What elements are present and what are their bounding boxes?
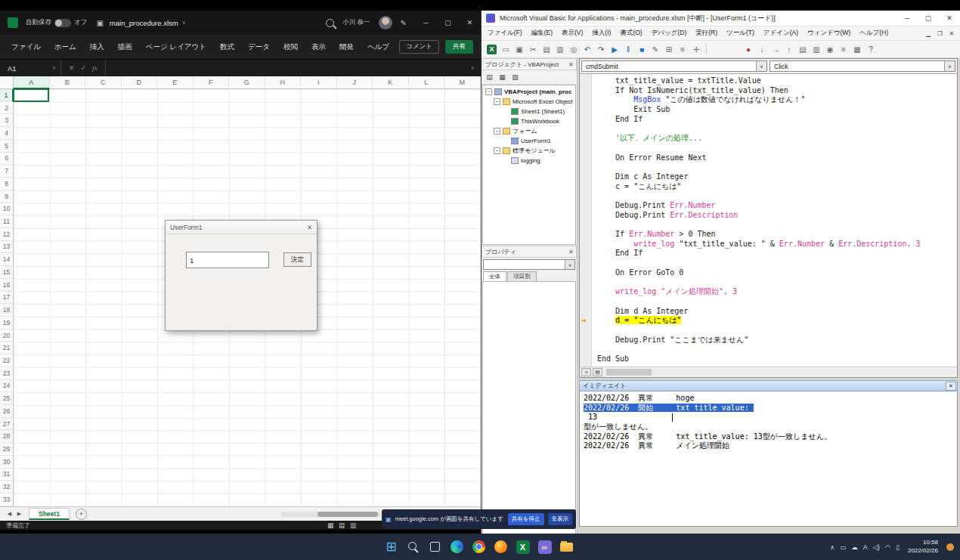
event-dropdown[interactable]: Click ∨ — [770, 60, 955, 72]
vba-menu-item[interactable]: ツール(T) — [722, 27, 759, 39]
vba-menu-item[interactable]: デバッグ(D) — [647, 27, 692, 39]
call-stack-icon[interactable]: ≡ — [837, 42, 850, 56]
vba-maximize-button[interactable]: ▢ — [918, 11, 939, 26]
view-object-icon[interactable]: ▦ — [497, 72, 508, 83]
cut-icon[interactable]: ✂ — [526, 42, 540, 56]
redo-icon[interactable]: ↷ — [594, 42, 608, 56]
row-header[interactable]: 5 — [0, 140, 14, 153]
cancel-icon[interactable]: ✕ — [69, 64, 75, 72]
close-button[interactable]: ✕ — [459, 11, 481, 35]
row-header[interactable]: 25 — [0, 392, 14, 405]
search-button[interactable] — [404, 538, 423, 556]
userform-close-icon[interactable]: ✕ — [307, 224, 312, 231]
code-hscrollbar-thumb[interactable] — [606, 369, 652, 376]
column-header[interactable]: A — [14, 76, 50, 89]
wifi-icon[interactable]: ◠ — [885, 543, 890, 551]
vba-close-button[interactable]: ✕ — [939, 11, 960, 26]
vba-menu-item[interactable]: 表示(V) — [557, 27, 587, 39]
run-icon[interactable]: ▶ — [608, 42, 621, 56]
row-header[interactable]: 7 — [0, 165, 14, 178]
row-header[interactable]: 13 — [0, 241, 14, 254]
step-over-icon[interactable]: → — [769, 42, 782, 56]
save-icon[interactable]: ▣ — [96, 19, 103, 27]
userform-titlebar[interactable]: UserForm1 ✕ — [166, 221, 317, 234]
row-header[interactable]: 11 — [0, 215, 14, 228]
reset-icon[interactable]: ■ — [635, 42, 649, 56]
project-tree-item[interactable]: −Microsoft Excel Object — [483, 97, 575, 107]
vba-menu-item[interactable]: 挿入(I) — [587, 27, 615, 39]
workbook-title[interactable]: main_procedure.xlsm — [110, 19, 178, 27]
immediate-header[interactable]: イミディエイト ✕ — [579, 380, 958, 391]
column-header[interactable]: B — [50, 76, 86, 89]
step-out-icon[interactable]: ↑ — [782, 42, 796, 56]
stop-sharing-button[interactable]: 共有を停止 — [508, 513, 544, 525]
locals-window-icon[interactable]: ▤ — [796, 42, 810, 56]
view-code-icon[interactable]: ▤ — [484, 72, 495, 83]
search-icon[interactable] — [326, 19, 334, 27]
column-header[interactable]: G — [229, 76, 265, 89]
properties-panel-header[interactable]: プロパティ ✕ — [482, 246, 577, 258]
horizontal-scrollbar-thumb[interactable] — [317, 512, 378, 517]
column-header[interactable]: J — [337, 76, 373, 89]
tree-expander-icon[interactable]: − — [494, 128, 500, 135]
mdi-restore-icon[interactable]: ❐ — [937, 30, 943, 37]
row-header[interactable]: 9 — [0, 190, 14, 203]
row-header[interactable]: 14 — [0, 253, 14, 266]
cast-icon[interactable]: ▭ — [840, 543, 846, 551]
design-mode-icon[interactable]: ✎ — [649, 42, 662, 56]
mdi-close-icon[interactable]: ✕ — [949, 30, 954, 37]
column-header[interactable]: C — [85, 76, 122, 89]
row-header[interactable]: 21 — [0, 342, 14, 354]
row-header[interactable]: 32 — [0, 481, 14, 493]
column-header[interactable]: D — [122, 76, 158, 89]
project-panel-header[interactable]: プロジェクト - VBAProject ✕ — [482, 58, 577, 70]
break-icon[interactable]: ‖ — [621, 42, 635, 56]
project-tree-item[interactable]: −VBAProject (main_proc — [483, 87, 575, 97]
ribbon-tab[interactable]: ファイル — [5, 39, 48, 56]
row-header[interactable]: 24 — [0, 380, 14, 393]
ribbon-tab[interactable]: 挿入 — [83, 39, 111, 56]
vba-menu-item[interactable]: 編集(E) — [527, 27, 557, 39]
vba-menu-item[interactable]: 実行(R) — [691, 27, 722, 39]
row-header[interactable]: 3 — [0, 114, 14, 127]
insert-function-icon[interactable]: fx — [92, 64, 98, 72]
ribbon-tab[interactable]: データ — [241, 39, 277, 56]
toolbox-icon[interactable]: ✛ — [689, 42, 703, 56]
row-header[interactable]: 4 — [0, 127, 14, 140]
properties-dropdown-icon[interactable]: ∨ — [565, 260, 574, 269]
row-header[interactable]: 23 — [0, 367, 14, 380]
minimize-button[interactable]: ─ — [415, 11, 437, 35]
insert-userform-icon[interactable]: ▭ — [499, 42, 513, 56]
row-header[interactable]: 28 — [0, 430, 14, 443]
ribbon-tab[interactable]: 校閲 — [277, 39, 305, 56]
normal-view-icon[interactable]: ▦ — [327, 521, 333, 529]
copy-icon[interactable]: ▤ — [540, 42, 553, 56]
name-box-dropdown-icon[interactable]: ∨ — [52, 65, 56, 71]
sheet-tab-sheet1[interactable]: Sheet1 — [29, 508, 70, 520]
row-header[interactable]: 18 — [0, 304, 14, 317]
comments-button[interactable]: コメント — [399, 40, 439, 54]
row-header[interactable]: 17 — [0, 292, 14, 305]
save-icon[interactable]: ▣ — [513, 42, 526, 56]
start-button[interactable]: ⊞ — [382, 538, 401, 556]
user-name[interactable]: 小川 恭一 — [342, 18, 370, 27]
row-header[interactable]: 8 — [0, 178, 14, 190]
battery-icon[interactable]: ▯ — [896, 543, 900, 551]
project-tree-item[interactable]: −標準モジュール — [483, 146, 575, 156]
prev-sheet-icon[interactable]: ◀ — [5, 511, 14, 517]
notifications-badge[interactable] — [946, 543, 954, 551]
select-all-corner[interactable] — [0, 76, 14, 89]
code-editor[interactable]: txt_title_value = txtTitle.Value If Not … — [580, 73, 957, 367]
column-header[interactable]: M — [444, 76, 481, 89]
row-header[interactable]: 6 — [0, 153, 14, 166]
excel-taskbar-icon[interactable]: X — [516, 540, 530, 554]
explorer-icon[interactable] — [558, 538, 576, 556]
ribbon-tab[interactable]: ホーム — [48, 39, 83, 56]
add-sheet-button[interactable]: + — [76, 509, 87, 520]
project-tree-item[interactable]: UserForm1 — [483, 136, 575, 146]
row-header[interactable]: 27 — [0, 418, 14, 431]
vba-menu-item[interactable]: ウィンドウ(W) — [803, 27, 855, 39]
ime-mode-icon[interactable]: A — [863, 543, 868, 551]
properties-panel-close-icon[interactable]: ✕ — [566, 249, 576, 255]
page-layout-view-icon[interactable]: ▤ — [339, 521, 345, 529]
